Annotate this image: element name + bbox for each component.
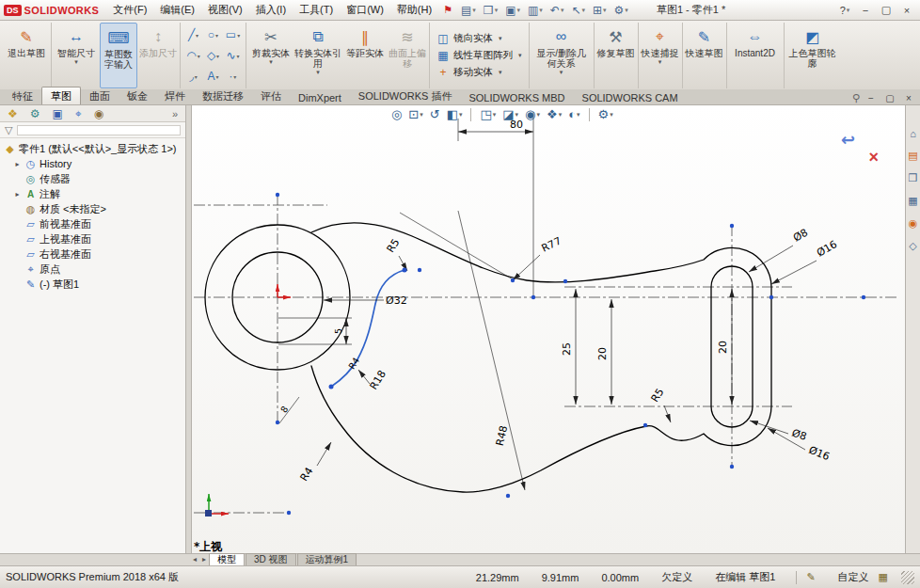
polygon-tool-button[interactable]: ◇ (203, 45, 223, 66)
tab-dimxpert[interactable]: DimXpert (290, 90, 350, 104)
sw-resources-icon[interactable]: ⌂ (910, 128, 916, 139)
numeric-input-button[interactable]: ⌨ 草图数字输入 (100, 23, 137, 88)
menu-tools[interactable]: 工具(T) (293, 0, 340, 20)
fillet-tool-button[interactable]: ◞ (183, 66, 203, 87)
new-document-button[interactable]: ▤ (457, 4, 480, 17)
menu-insert[interactable]: 插入(I) (249, 0, 293, 20)
exit-sketch-confirm-button[interactable]: ↩ (841, 130, 855, 151)
tree-item-annotations[interactable]: ▸ A 注解 (0, 186, 185, 201)
displaymanager-tab-icon[interactable]: ◉ (94, 107, 103, 120)
tab-data-migration[interactable]: 数据迁移 (194, 87, 252, 104)
tree-item-origin[interactable]: ⌖ 原点 (0, 262, 185, 277)
tab-model[interactable]: 模型 (209, 553, 245, 565)
file-explorer-icon[interactable]: ❒ (909, 172, 918, 184)
tab-surfaces[interactable]: 曲面 (81, 87, 119, 104)
menu-pin-icon[interactable]: ⚑ (443, 4, 452, 16)
line-tool-button[interactable]: ╱ (183, 24, 203, 45)
tree-item-sensors[interactable]: ◎ 传感器 (0, 171, 185, 186)
tab-sw-cam[interactable]: SOLIDWORKS CAM (574, 90, 687, 104)
tab-evaluate[interactable]: 评估 (252, 87, 290, 104)
tab-sw-mbd[interactable]: SOLIDWORKS MBD (460, 90, 573, 104)
settings-button[interactable]: ⚙ (611, 4, 632, 17)
filter-input[interactable] (17, 125, 181, 135)
move-entities-button[interactable]: + 移动实体 (433, 65, 526, 80)
filter-funnel-icon[interactable]: ▽ (5, 124, 12, 136)
convert-entities-button[interactable]: ⧉ 转换实体引用 (294, 23, 341, 88)
zoom-fit-button[interactable]: ◎ (391, 107, 402, 121)
doc-restore-button[interactable]: ▢ (882, 92, 897, 104)
tab-features[interactable]: 特征 (4, 87, 41, 104)
view-orientation-button[interactable]: ◳ (480, 107, 496, 121)
tab-sketch[interactable]: 草图 (41, 87, 81, 104)
instant2d-button[interactable]: ⇔ Instant2D (730, 23, 781, 88)
shaded-sketch-contours-button[interactable]: ◩ 上色草图轮廓 (787, 23, 838, 88)
tab-motion-study[interactable]: 运动算例1 (297, 553, 357, 565)
dimension-labels[interactable]: 80 R77 R5 Ø32 R18 R4 5 8 25 20 20 R5 R48… (278, 119, 839, 484)
units-selector[interactable]: 自定义 (838, 570, 869, 584)
tab-sw-addins[interactable]: SOLIDWORKS 插件 (350, 87, 461, 104)
tree-root-part[interactable]: ◆ 零件1 (默认<<默认>_显示状态 1>) (0, 141, 185, 156)
display-delete-relations-button[interactable]: ∞ 显示/删除几何关系 (532, 23, 591, 88)
section-view-button[interactable]: ◧ (447, 107, 463, 121)
graphics-area[interactable]: 80 R77 R5 Ø32 R18 R4 5 8 25 20 20 R5 R48… (192, 105, 905, 553)
open-button[interactable]: ❒ (480, 4, 501, 17)
trim-entities-button[interactable]: ✂ 剪裁实体 (249, 23, 293, 88)
rapid-sketch-button[interactable]: ✎ 快速草图 (686, 23, 723, 88)
display-style-button[interactable]: ◪ (502, 107, 518, 121)
previous-view-button[interactable]: ↺ (430, 107, 440, 121)
tree-item-sketch1[interactable]: ✎ (-) 草图1 (0, 277, 185, 292)
expand-arrow-icon[interactable]: ▸ (13, 190, 22, 199)
commandmanager-pin-icon[interactable]: ⚲ (852, 92, 860, 104)
expand-arrow-icon[interactable]: ▸ (13, 160, 22, 168)
tree-item-right-plane[interactable]: ▱ 右视基准面 (0, 246, 185, 262)
edit-appearance-button[interactable]: ❖ (547, 107, 562, 121)
panel-more-icon[interactable]: » (172, 108, 178, 119)
resize-grip[interactable] (901, 571, 914, 584)
tab-scroll-left-icon[interactable]: ◂ (190, 554, 199, 565)
tab-3d-views[interactable]: 3D 视图 (246, 553, 296, 565)
smart-dimension-button[interactable]: ↔ 智能尺寸 (55, 23, 98, 88)
sketch-viewport[interactable]: 80 R77 R5 Ø32 R18 R4 5 8 25 20 20 R5 R48… (192, 105, 905, 553)
tab-scroll-right-icon[interactable]: ▸ (199, 554, 209, 565)
close-button[interactable]: × (897, 3, 916, 18)
options-button[interactable]: ⊞ (589, 4, 611, 17)
tree-item-front-plane[interactable]: ▱ 前视基准面 (0, 216, 185, 231)
tab-sheet-metal[interactable]: 钣金 (119, 87, 156, 104)
doc-close-button[interactable]: × (901, 92, 916, 104)
cancel-sketch-button[interactable]: × (868, 148, 879, 167)
save-button[interactable]: ▣ (501, 4, 524, 17)
print-button[interactable]: ▥ (524, 4, 547, 17)
point-tool-button[interactable]: ∙ (223, 66, 243, 87)
quick-snaps-button[interactable]: ⌖ 快速捕捉 (642, 23, 679, 88)
tab-weldments[interactable]: 焊件 (156, 87, 194, 104)
appearances-icon[interactable]: ◉ (909, 217, 918, 230)
doc-minimize-button[interactable]: − (864, 92, 879, 104)
mirror-entities-button[interactable]: ◫ 镜向实体 (433, 31, 526, 46)
tree-item-history[interactable]: ▸ ◷ History (0, 156, 185, 171)
propertymanager-tab-icon[interactable]: ⚙ (30, 107, 40, 120)
circle-tool-button[interactable]: ○ (203, 24, 223, 45)
configurationmanager-tab-icon[interactable]: ▣ (53, 107, 63, 120)
menu-file[interactable]: 文件(F) (106, 0, 153, 20)
menu-view[interactable]: 视图(V) (201, 0, 249, 20)
repair-sketch-button[interactable]: ⚒ 修复草图 (597, 23, 635, 88)
dimxpertmanager-tab-icon[interactable]: ⌖ (75, 107, 82, 120)
tree-item-top-plane[interactable]: ▱ 上视基准面 (0, 231, 185, 246)
view-palette-icon[interactable]: ▦ (908, 195, 917, 207)
menu-help[interactable]: 帮助(H) (390, 0, 438, 20)
menu-window[interactable]: 窗口(W) (340, 0, 390, 20)
sketch-geometry[interactable] (205, 223, 771, 492)
select-button[interactable]: ↖ (567, 4, 589, 17)
design-library-icon[interactable]: ▤ (908, 150, 917, 162)
tree-item-material[interactable]: ◍ 材质 <未指定> (0, 201, 185, 216)
sketch-origin[interactable] (278, 284, 291, 297)
help-button[interactable]: ? (835, 3, 854, 18)
minimize-button[interactable]: − (856, 3, 875, 18)
arc-tool-button[interactable]: ◠ (183, 45, 203, 66)
text-tool-button[interactable]: A (203, 66, 223, 87)
exit-sketch-button[interactable]: ✎ 退出草图 (5, 23, 48, 88)
spline-tool-button[interactable]: ∿ (223, 45, 243, 66)
tab-grid-icon[interactable]: ▦ (879, 571, 888, 583)
restore-button[interactable]: ▢ (877, 3, 896, 18)
featuremanager-tree-tab-icon[interactable]: ❖ (8, 107, 18, 120)
